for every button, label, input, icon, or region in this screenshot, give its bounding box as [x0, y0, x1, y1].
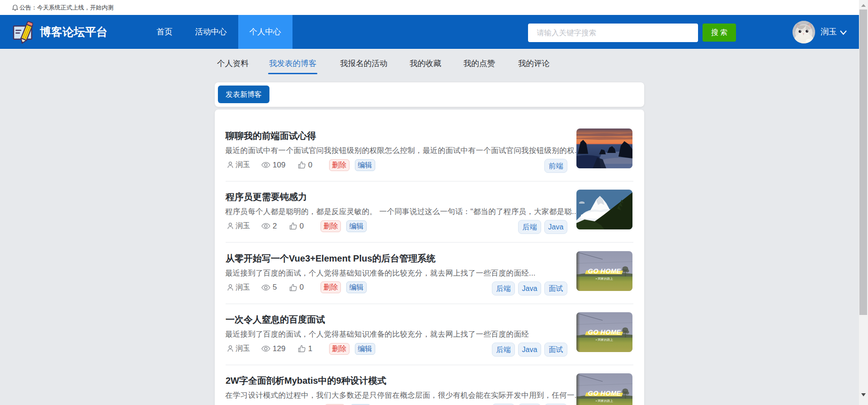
svg-text:GO HOME: GO HOME: [588, 390, 622, 397]
svg-text:GO HOME: GO HOME: [588, 267, 622, 275]
svg-text:• 回家的路上: • 回家的路上: [596, 399, 613, 403]
svg-text:• 回家的路上: • 回家的路上: [596, 338, 613, 342]
svg-text:GO HOME: GO HOME: [588, 329, 622, 336]
svg-text:• 回家的路上: • 回家的路上: [596, 277, 613, 281]
